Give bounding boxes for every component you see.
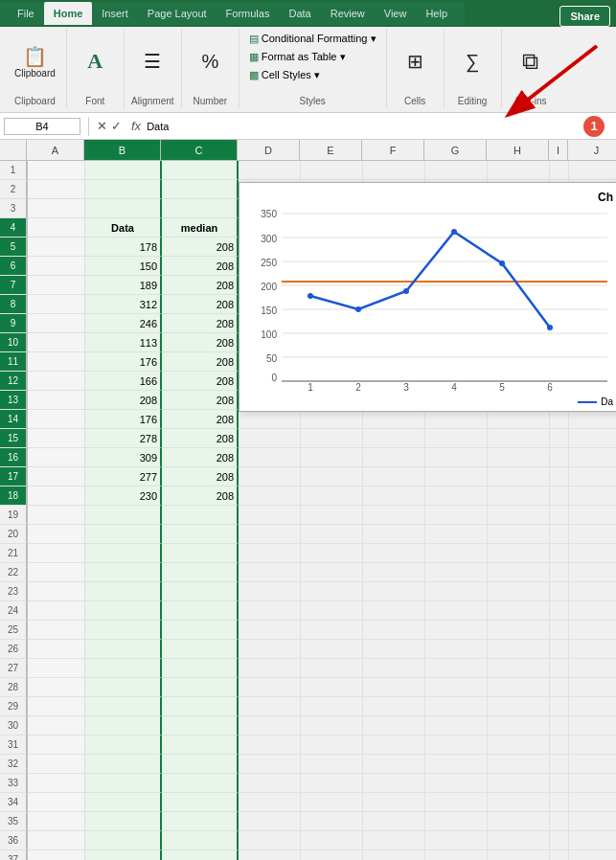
cell-j24[interactable] bbox=[569, 601, 616, 621]
cell-i28[interactable] bbox=[550, 678, 569, 697]
cell-g22[interactable] bbox=[425, 563, 488, 582]
cell-g27[interactable] bbox=[425, 659, 488, 678]
cell-f30[interactable] bbox=[363, 716, 425, 736]
cell-d20[interactable] bbox=[239, 525, 301, 544]
cell-i32[interactable] bbox=[550, 755, 569, 774]
cell-i33[interactable] bbox=[550, 774, 569, 793]
cell-g23[interactable] bbox=[425, 582, 488, 601]
cell-i25[interactable] bbox=[550, 621, 569, 640]
cell-a36[interactable] bbox=[28, 831, 85, 850]
cell-g25[interactable] bbox=[425, 621, 488, 640]
cell-a37[interactable] bbox=[28, 850, 85, 860]
cell-h34[interactable] bbox=[488, 793, 550, 812]
cell-a2[interactable] bbox=[28, 180, 85, 199]
cell-d1[interactable] bbox=[239, 161, 301, 180]
cell-c26[interactable] bbox=[162, 640, 239, 659]
cell-b19[interactable] bbox=[85, 506, 162, 525]
cell-d16[interactable] bbox=[239, 448, 301, 467]
cell-i15[interactable] bbox=[550, 429, 569, 448]
cell-a20[interactable] bbox=[28, 525, 85, 544]
cell-b26[interactable] bbox=[85, 640, 162, 659]
cell-e31[interactable] bbox=[301, 736, 363, 755]
row-header-6[interactable]: 6 bbox=[0, 257, 27, 276]
cell-styles-button[interactable]: ▩ Cell Styles ▾ bbox=[245, 67, 324, 83]
cell-c36[interactable] bbox=[162, 831, 239, 850]
cell-f25[interactable] bbox=[363, 621, 425, 640]
cell-a17[interactable] bbox=[28, 467, 85, 487]
cell-e14[interactable] bbox=[301, 410, 363, 429]
cell-e33[interactable] bbox=[301, 774, 363, 793]
cell-d32[interactable] bbox=[239, 755, 301, 774]
cell-e29[interactable] bbox=[301, 697, 363, 716]
cell-i18[interactable] bbox=[550, 487, 569, 506]
cell-b15[interactable]: 278 bbox=[85, 429, 162, 448]
cell-b37[interactable] bbox=[85, 850, 162, 860]
cell-b32[interactable] bbox=[85, 755, 162, 774]
tab-home[interactable]: Home bbox=[44, 2, 93, 25]
cell-e24[interactable] bbox=[301, 601, 363, 621]
cell-g34[interactable] bbox=[425, 793, 488, 812]
row-header-18[interactable]: 18 bbox=[0, 487, 27, 506]
cell-d36[interactable] bbox=[239, 831, 301, 850]
cell-c19[interactable] bbox=[162, 506, 239, 525]
cell-i34[interactable] bbox=[550, 793, 569, 812]
cell-a24[interactable] bbox=[28, 601, 85, 621]
cell-a1[interactable] bbox=[28, 161, 85, 180]
row-header-31[interactable]: 31 bbox=[0, 736, 27, 755]
cell-c14[interactable]: 208 bbox=[162, 410, 239, 429]
cell-c9[interactable]: 208 bbox=[162, 314, 239, 333]
cell-c20[interactable] bbox=[162, 525, 239, 544]
row-header-24[interactable]: 24 bbox=[0, 601, 27, 621]
cell-i17[interactable] bbox=[550, 467, 569, 487]
cell-h16[interactable] bbox=[488, 448, 550, 467]
cell-b10[interactable]: 113 bbox=[85, 333, 162, 352]
cell-c22[interactable] bbox=[162, 563, 239, 582]
cell-c8[interactable]: 208 bbox=[162, 295, 239, 314]
cell-j25[interactable] bbox=[569, 621, 616, 640]
cell-e21[interactable] bbox=[301, 544, 363, 563]
cell-g35[interactable] bbox=[425, 812, 488, 831]
cell-a27[interactable] bbox=[28, 659, 85, 678]
cell-b24[interactable] bbox=[85, 601, 162, 621]
col-header-j[interactable]: J bbox=[568, 140, 616, 161]
cell-c35[interactable] bbox=[162, 812, 239, 831]
cell-j36[interactable] bbox=[569, 831, 616, 850]
cell-d34[interactable] bbox=[239, 793, 301, 812]
share-button[interactable]: Share bbox=[559, 6, 610, 27]
row-header-2[interactable]: 2 bbox=[0, 180, 27, 199]
cell-g24[interactable] bbox=[425, 601, 488, 621]
cell-h21[interactable] bbox=[488, 544, 550, 563]
cell-j35[interactable] bbox=[569, 812, 616, 831]
cell-j20[interactable] bbox=[569, 525, 616, 544]
cell-g32[interactable] bbox=[425, 755, 488, 774]
cell-g30[interactable] bbox=[425, 716, 488, 736]
cell-g15[interactable] bbox=[425, 429, 488, 448]
cell-b8[interactable]: 312 bbox=[85, 295, 162, 314]
cell-c5[interactable]: 208 bbox=[162, 238, 239, 257]
row-header-32[interactable]: 32 bbox=[0, 755, 27, 774]
cell-e34[interactable] bbox=[301, 793, 363, 812]
cell-c18[interactable]: 208 bbox=[162, 487, 239, 506]
cell-a9[interactable] bbox=[28, 314, 85, 333]
format-as-table-button[interactable]: ▦ Format as Table ▾ bbox=[245, 49, 350, 65]
row-header-15[interactable]: 15 bbox=[0, 429, 27, 448]
cell-b2[interactable] bbox=[85, 180, 162, 199]
cell-j31[interactable] bbox=[569, 736, 616, 755]
cell-a13[interactable] bbox=[28, 391, 85, 410]
formula-input[interactable] bbox=[147, 121, 583, 132]
cell-h35[interactable] bbox=[488, 812, 550, 831]
confirm-formula-icon[interactable]: ✓ bbox=[111, 119, 122, 133]
cell-i29[interactable] bbox=[550, 697, 569, 716]
cell-f36[interactable] bbox=[363, 831, 425, 850]
cell-h25[interactable] bbox=[488, 621, 550, 640]
row-header-30[interactable]: 30 bbox=[0, 716, 27, 736]
row-header-36[interactable]: 36 bbox=[0, 831, 27, 850]
row-header-10[interactable]: 10 bbox=[0, 333, 27, 352]
row-header-19[interactable]: 19 bbox=[0, 506, 27, 525]
row-header-14[interactable]: 14 bbox=[0, 410, 27, 429]
cell-c2[interactable] bbox=[162, 180, 239, 199]
cell-c7[interactable]: 208 bbox=[162, 276, 239, 295]
cell-c32[interactable] bbox=[162, 755, 239, 774]
cell-e20[interactable] bbox=[301, 525, 363, 544]
cell-c3[interactable] bbox=[162, 199, 239, 218]
